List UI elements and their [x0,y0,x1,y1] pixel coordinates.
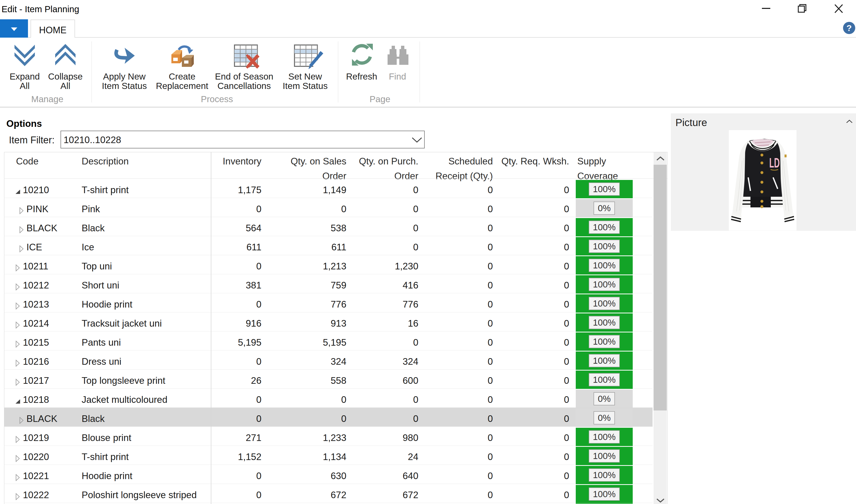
svg-text:LD: LD [769,155,780,170]
